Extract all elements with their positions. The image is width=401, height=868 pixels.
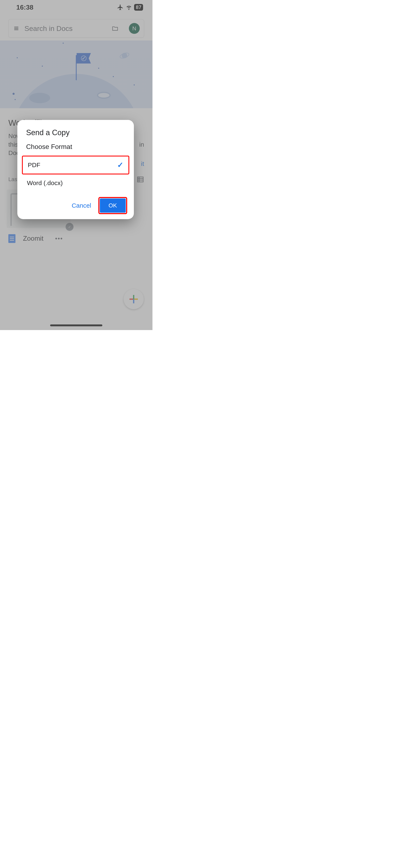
format-option-word[interactable]: Word (.docx) <box>22 175 129 191</box>
format-option-label: PDF <box>28 161 40 168</box>
ok-button[interactable]: OK <box>100 198 126 213</box>
format-option-label: Word (.docx) <box>27 180 63 187</box>
dialog-actions: Cancel OK <box>22 197 129 214</box>
dialog-subtitle: Choose Format <box>22 143 129 155</box>
check-icon: ✓ <box>117 161 123 169</box>
dialog-title: Send a Copy <box>22 128 129 143</box>
format-option-pdf[interactable]: PDF ✓ <box>22 156 129 175</box>
send-copy-dialog: Send a Copy Choose Format PDF ✓ Word (.d… <box>17 120 134 219</box>
cancel-button[interactable]: Cancel <box>68 198 94 213</box>
